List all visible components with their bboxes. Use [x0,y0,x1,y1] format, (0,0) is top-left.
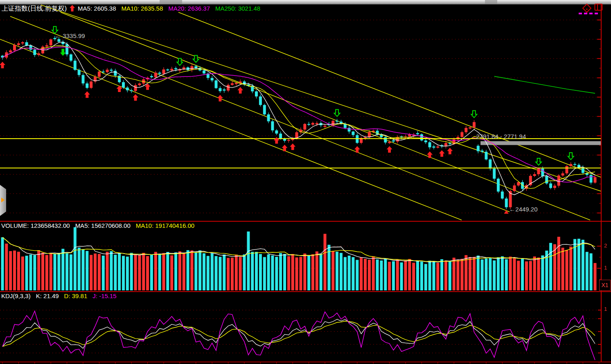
main-candlestick-pane[interactable]: ← 3335.99←2449.202791.84 - 2771.94 [0,5,602,220]
svg-text:← 3335.99: ← 3335.99 [55,32,85,39]
kdj-stat: J: -15.15 [92,292,116,299]
kdj-axis-label: 1 [604,306,607,312]
kdj-legend: KDJ(9,3,3)K: 21.49D: 39.81J: -15.15 [1,292,122,299]
volume-header: VOLUME: 123658432.00MA5: 156270608.00MA1… [1,222,205,229]
sidebar-expand-tab[interactable] [0,185,6,216]
ma-legend: MA5: 2605.38MA10: 2635.58MA20: 2636.37MA… [78,5,266,12]
split-window-icon[interactable] [594,3,603,11]
ma-value: MA10: 2635.58 [122,5,163,12]
volume-axis-label: 2 [604,243,607,249]
kdj-stat: KDJ(9,3,3) [1,292,31,299]
toolbar-icons [582,3,603,13]
kdj-header: KDJ(9,3,3)K: 21.49D: 39.81J: -15.15 [1,292,127,299]
volume-axis-label: 1 [604,265,607,271]
kdj-stat: D: 39.81 [64,292,88,299]
ma-value: MA250: 3021.48 [215,5,260,12]
svg-text:←2449.20: ←2449.20 [509,206,537,213]
diamond-tool-icon[interactable] [582,3,592,13]
kdj-pane[interactable] [0,310,601,360]
chart-canvas[interactable]: ← 3335.99←2449.202791.84 - 2771.94 [0,0,611,364]
volume-stat: VOLUME: 123658432.00 [1,222,70,229]
trading-app-window: 上证指数(日线.前复权)MA5: 2605.38MA10: 2635.58MA2… [0,0,611,364]
top-strip-notch [160,0,182,4]
ma-value: MA20: 2636.37 [168,5,210,12]
chart-title: 上证指数(日线.前复权) [2,4,67,13]
expand-arrow-icon [1,198,5,202]
scale-badge[interactable]: X1 [599,280,611,291]
main-chart-header: 上证指数(日线.前复权)MA5: 2605.38MA10: 2635.58MA2… [2,4,271,13]
top-strip-notch [485,0,497,4]
volume-stat: MA5: 156270608.00 [75,222,131,229]
volume-legend: VOLUME: 123658432.00MA5: 156270608.00MA1… [1,222,200,229]
kdj-stat: K: 21.49 [36,292,59,299]
svg-text:2791.84 - 2771.94: 2791.84 - 2771.94 [476,133,526,140]
window-top-strip [0,0,611,4]
ma-value: MA5: 2605.38 [78,5,116,12]
volume-pane[interactable] [0,227,601,291]
volume-stat: MA10: 191740416.00 [136,222,194,229]
selected-drawing-indicator [579,13,599,14]
up-arrow-icon [70,5,75,11]
